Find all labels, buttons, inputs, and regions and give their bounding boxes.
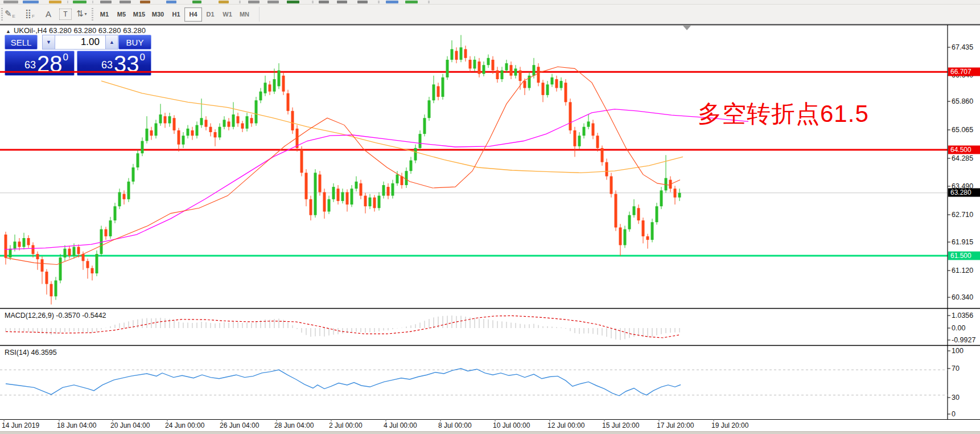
chart-shift-icon: [683, 26, 691, 30]
axis-label: 65.860: [952, 97, 980, 105]
panel-frame: [0, 25, 980, 422]
rsi-label: RSI(14) 46.3595: [5, 349, 57, 357]
axis-label: 1.0356: [952, 312, 980, 320]
axis-label: 60.340: [952, 293, 980, 301]
axis-label: 70: [952, 365, 980, 372]
date-label: 28 Jun 04:00: [274, 421, 314, 429]
macd-indicator: [6, 316, 681, 340]
price-badge-64.500: 64.500: [948, 146, 980, 154]
date-label: 18 Jun 04:00: [57, 421, 96, 429]
ma-slow-orange: [101, 81, 683, 173]
axis-label: 61.120: [952, 267, 980, 275]
price-badge-61.500: 61.500: [948, 252, 980, 260]
candlestick-series: [5, 35, 681, 305]
date-label: 2 Jul 00:00: [329, 421, 363, 429]
axis-label: 0: [952, 410, 980, 418]
axis-label: 100: [952, 347, 980, 355]
price-badge-66.707: 66.707: [948, 68, 980, 76]
status-strip: [0, 431, 980, 434]
date-label: 10 Jul 00:00: [493, 421, 530, 429]
axis-label: 61.915: [952, 238, 980, 246]
rsi-indicator: [0, 369, 948, 396]
axis-label: -0.9927: [952, 336, 980, 344]
price-annotation-text: 多空转折点61.5: [698, 98, 869, 130]
date-label: 24 Jun 00:00: [165, 421, 204, 429]
date-label: 14 Jun 2019: [2, 421, 39, 429]
date-label: 26 Jun 04:00: [220, 421, 259, 429]
axis-label: 67.435: [952, 43, 980, 51]
date-label: 19 Jul 20:00: [711, 421, 748, 429]
ma-medium-magenta: [5, 109, 748, 249]
date-label: 17 Jul 20:00: [657, 421, 694, 429]
macd-label: MACD(12,26,9) -0.3570 -0.5442: [5, 312, 106, 320]
axis-label: 65.065: [952, 126, 980, 134]
date-label: 8 Jul 00:00: [438, 421, 472, 429]
price-badge-63.280: 63.280: [948, 189, 980, 197]
date-label: 12 Jul 00:00: [547, 421, 584, 429]
axis-label: 62.710: [952, 211, 980, 219]
ma-medium-magenta: [5, 109, 748, 249]
axis-label: 0.00: [952, 324, 980, 332]
date-label: 15 Jul 20:00: [602, 421, 639, 429]
axis-label: 64.285: [952, 154, 980, 162]
chart-shift-marker: [683, 26, 691, 30]
date-label: 4 Jul 00:00: [384, 421, 417, 429]
date-label: 20 Jun 04:00: [110, 421, 150, 429]
chart-canvas[interactable]: [0, 0, 980, 434]
metatrader-window: { "toolbar": { "top_stubs": [[6,26,"#9A9…: [0, 0, 980, 434]
ma-slow-orange: [101, 81, 683, 173]
axis-label: 30: [952, 394, 980, 402]
